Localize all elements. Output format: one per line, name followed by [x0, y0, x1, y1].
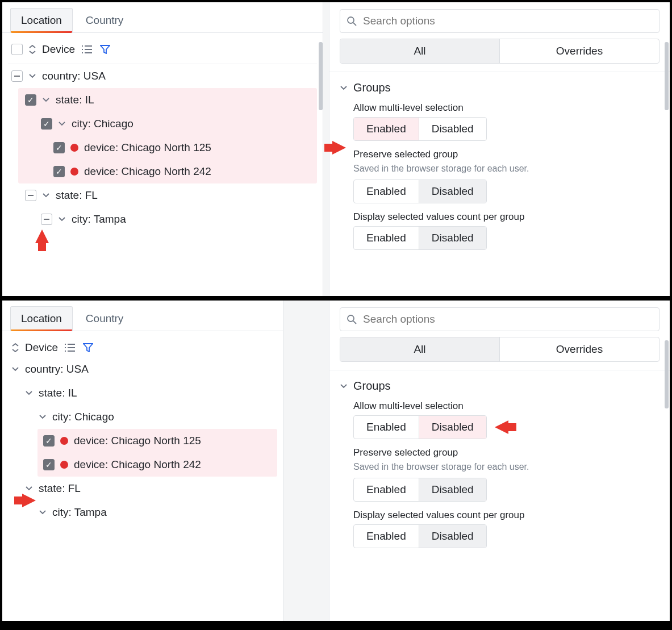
scrollbar[interactable] — [319, 42, 323, 110]
tabs: Location Country — [2, 6, 323, 33]
node-state-fl[interactable]: state: FL — [56, 189, 314, 202]
chevron-down-icon[interactable] — [39, 508, 47, 516]
filter-icon[interactable] — [82, 341, 94, 354]
chevron-down-icon[interactable] — [58, 215, 66, 223]
toggle-preserve-disabled[interactable]: Disabled — [419, 180, 486, 203]
toggle-preserve: Enabled Disabled — [353, 478, 487, 502]
status-dot-icon — [60, 437, 68, 445]
toggle-preserve-enabled[interactable]: Enabled — [354, 180, 419, 203]
opt-preserve-label: Preserve selected group — [353, 447, 660, 458]
chevron-down-icon[interactable] — [25, 485, 33, 493]
status-dot-icon — [70, 168, 78, 176]
segment-all[interactable]: All — [340, 39, 499, 63]
node-country-usa[interactable]: country: USA — [42, 70, 314, 82]
toggle-multi-disabled[interactable]: Disabled — [419, 416, 486, 439]
search-icon — [347, 16, 357, 26]
toggle-count-disabled[interactable]: Disabled — [419, 525, 486, 548]
segment-overrides[interactable]: Overrides — [499, 337, 659, 361]
chevron-down-icon[interactable] — [39, 413, 47, 421]
toggle-multi-enabled[interactable]: Enabled — [354, 416, 419, 439]
svg-point-0 — [348, 17, 354, 23]
tree-header-label: Device — [25, 341, 58, 354]
node-state-il[interactable]: state: IL — [39, 387, 274, 399]
chevron-down-icon[interactable] — [11, 365, 19, 373]
segment-overrides[interactable]: Overrides — [499, 39, 659, 63]
chevron-down-icon[interactable] — [340, 382, 348, 390]
chevron-down-icon[interactable] — [25, 389, 33, 397]
segment-all[interactable]: All — [340, 337, 499, 361]
list-icon[interactable] — [81, 43, 93, 56]
annotation-arrow-icon — [495, 420, 508, 434]
toggle-preserve: Enabled Disabled — [353, 180, 487, 203]
search-icon — [347, 314, 357, 324]
toggle-multi-level: Enabled Disabled — [353, 117, 487, 141]
node-device-chi-242[interactable]: device: Chicago North 242 — [84, 165, 314, 178]
toggle-multi-enabled[interactable]: Enabled — [354, 118, 419, 140]
list-icon[interactable] — [64, 341, 76, 354]
tab-country[interactable]: Country — [75, 8, 135, 32]
tab-location[interactable]: Location — [10, 306, 73, 331]
filter-icon[interactable] — [99, 43, 111, 56]
chevron-down-icon[interactable] — [28, 72, 36, 80]
tree-header-label: Device — [42, 43, 75, 56]
checkbox-country-usa[interactable] — [11, 70, 23, 82]
checkbox-device-chi-125[interactable]: ✓ — [53, 142, 65, 153]
opt-multi-label: Allow multi-level selection — [353, 102, 660, 114]
annotation-arrow-icon — [332, 141, 346, 155]
tabs: Location Country — [2, 304, 283, 331]
annotation-arrow-icon — [35, 230, 49, 243]
toggle-multi-disabled[interactable]: Disabled — [419, 118, 486, 140]
checkbox-all[interactable] — [11, 44, 23, 55]
scrollbar[interactable] — [665, 42, 669, 110]
checkbox-device-chi-242[interactable]: ✓ — [53, 166, 65, 177]
toggle-count: Enabled Disabled — [353, 226, 487, 250]
checkbox-state-il[interactable]: ✓ — [25, 94, 36, 106]
search-input[interactable] — [340, 307, 660, 331]
annotation-arrow-icon — [22, 494, 36, 507]
collapse-all-icon[interactable] — [11, 344, 19, 352]
node-state-fl[interactable]: state: FL — [39, 482, 274, 495]
chevron-down-icon[interactable] — [340, 84, 348, 92]
checkbox-city-tampa[interactable] — [41, 214, 52, 225]
node-device-chi-242[interactable]: device: Chicago North 242 — [74, 458, 274, 471]
svg-point-1 — [348, 315, 354, 322]
node-state-il[interactable]: state: IL — [56, 94, 314, 106]
search-input[interactable] — [340, 9, 660, 33]
node-device-chi-125[interactable]: device: Chicago North 125 — [74, 435, 274, 447]
status-dot-icon — [70, 144, 78, 152]
node-city-chicago[interactable]: city: Chicago — [72, 118, 314, 130]
checkbox-device-chi-242[interactable]: ✓ — [43, 459, 55, 470]
chevron-down-icon[interactable] — [58, 120, 66, 128]
chevron-down-icon[interactable] — [42, 96, 50, 104]
checkbox-city-chicago[interactable]: ✓ — [41, 118, 52, 130]
checkbox-state-fl[interactable] — [25, 190, 36, 201]
scrollbar[interactable] — [665, 340, 669, 408]
segment-filter: All Overrides — [340, 39, 660, 64]
chevron-down-icon[interactable] — [42, 191, 50, 199]
tree-header: Device — [8, 338, 277, 357]
node-city-tampa[interactable]: city: Tampa — [72, 213, 314, 226]
opt-preserve-label: Preserve selected group — [353, 149, 660, 160]
toggle-count-enabled[interactable]: Enabled — [354, 525, 419, 548]
opt-multi-label: Allow multi-level selection — [353, 400, 660, 412]
node-city-tampa[interactable]: city: Tampa — [52, 506, 274, 519]
toggle-preserve-disabled[interactable]: Disabled — [419, 478, 486, 501]
collapse-all-icon[interactable] — [28, 45, 36, 53]
node-country-usa[interactable]: country: USA — [25, 363, 274, 376]
toggle-count: Enabled Disabled — [353, 524, 487, 548]
toggle-multi-level: Enabled Disabled — [353, 415, 487, 439]
toggle-count-enabled[interactable]: Enabled — [354, 227, 419, 249]
opt-count-label: Display selected values count per group — [353, 510, 660, 521]
section-groups-title: Groups — [353, 81, 391, 94]
opt-preserve-help: Saved in the browser storage for each us… — [353, 462, 660, 472]
section-groups-title: Groups — [353, 379, 391, 393]
toggle-count-disabled[interactable]: Disabled — [419, 227, 486, 249]
node-device-chi-125[interactable]: device: Chicago North 125 — [84, 141, 314, 154]
tab-country[interactable]: Country — [75, 306, 135, 331]
node-city-chicago[interactable]: city: Chicago — [52, 411, 274, 423]
tab-location[interactable]: Location — [10, 8, 73, 32]
checkbox-device-chi-125[interactable]: ✓ — [43, 435, 55, 447]
tree-header: Device — [8, 40, 317, 64]
toggle-preserve-enabled[interactable]: Enabled — [354, 478, 419, 501]
status-dot-icon — [60, 461, 68, 469]
